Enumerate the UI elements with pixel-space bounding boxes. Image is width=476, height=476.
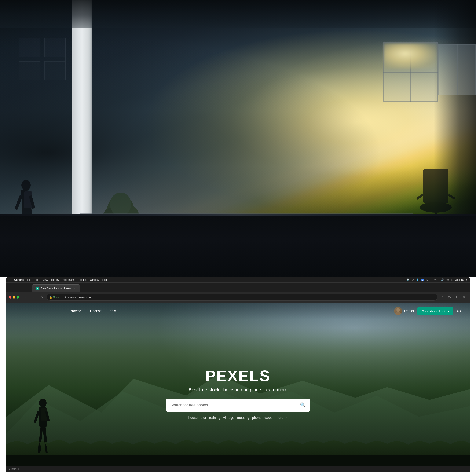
search-tag-training[interactable]: training bbox=[209, 416, 220, 420]
secure-indicator: 🔒 Secure bbox=[49, 296, 61, 299]
more-options-icon[interactable]: ••• bbox=[457, 309, 461, 314]
svg-line-26 bbox=[35, 411, 39, 423]
bookmark-button[interactable]: ☆ bbox=[439, 294, 445, 300]
url-display: https://www.pexels.com bbox=[63, 296, 435, 299]
tools-button[interactable]: Tools bbox=[108, 309, 116, 313]
menu-help[interactable]: Help bbox=[102, 278, 108, 281]
browser-status-bar: Searches bbox=[6, 466, 470, 472]
search-tag-phone[interactable]: phone bbox=[252, 416, 262, 420]
menu-file[interactable]: File bbox=[27, 278, 31, 281]
shield-button[interactable]: 🛡 bbox=[446, 294, 453, 300]
search-tag-wood[interactable]: wood bbox=[264, 416, 272, 420]
menu-window[interactable]: Window bbox=[90, 278, 99, 281]
search-tag-meeting[interactable]: meeting bbox=[237, 416, 249, 420]
reload-button[interactable]: ↻ bbox=[38, 294, 45, 300]
hero-content: PEXELS Best free stock photos in one pla… bbox=[166, 367, 310, 420]
browse-chevron-icon: ▾ bbox=[82, 310, 84, 312]
learn-more-link[interactable]: Learn more bbox=[264, 387, 288, 392]
tab-close-button[interactable]: × bbox=[73, 287, 76, 290]
back-button[interactable]: ← bbox=[22, 294, 29, 300]
browse-button[interactable]: Browse ▾ bbox=[70, 309, 84, 313]
hero-subtitle: Best free stock photos in one place. Lea… bbox=[166, 387, 310, 393]
forward-button[interactable]: → bbox=[31, 294, 37, 300]
user-name-label: Daniel bbox=[404, 309, 414, 313]
search-input[interactable] bbox=[170, 403, 300, 408]
menu-view[interactable]: View bbox=[43, 278, 48, 281]
status-text: Searches bbox=[9, 468, 19, 470]
search-tag-blur[interactable]: blur bbox=[201, 416, 206, 420]
search-more-link[interactable]: more → bbox=[276, 416, 288, 420]
extensions-button[interactable]: ⚙ bbox=[461, 294, 467, 300]
secure-label: Secure bbox=[53, 296, 61, 299]
menu-bookmarks[interactable]: Bookmarks bbox=[63, 278, 75, 281]
search-tag-vintage[interactable]: vintage bbox=[223, 416, 234, 420]
browse-label: Browse bbox=[70, 309, 81, 313]
pinterest-button[interactable]: P bbox=[454, 294, 460, 300]
user-avatar bbox=[394, 307, 402, 315]
search-icon: 🔍 bbox=[300, 402, 306, 408]
tab-title: Free Stock Photos · Pexels bbox=[41, 287, 71, 290]
pexels-header: Browse ▾ License Tools Dan bbox=[6, 303, 470, 320]
tab-favicon: P bbox=[36, 287, 39, 290]
address-bar[interactable]: 🔒 Secure https://www.pexels.com bbox=[47, 294, 438, 301]
window-close-button[interactable] bbox=[9, 296, 11, 299]
menu-people[interactable]: People bbox=[79, 278, 86, 281]
menu-chrome[interactable]: Chrome bbox=[14, 278, 24, 281]
site-logo: PEXELS bbox=[166, 367, 310, 385]
menu-history[interactable]: History bbox=[51, 278, 59, 281]
system-clock: Wed 16:15 bbox=[455, 278, 467, 281]
window-maximize-button[interactable] bbox=[17, 296, 19, 299]
license-button[interactable]: License bbox=[90, 309, 102, 313]
contribute-button[interactable]: Contribute Photos bbox=[417, 307, 453, 315]
window-minimize-button[interactable] bbox=[13, 296, 15, 299]
battery-indicator: 100 % bbox=[446, 279, 453, 281]
search-tag-list: house blur training vintage meeting phon… bbox=[166, 416, 310, 420]
browser-tab-pexels[interactable]: P Free Stock Photos · Pexels × bbox=[32, 284, 80, 292]
search-tag-house[interactable]: house bbox=[188, 416, 198, 420]
browser-navbar: ← → ↻ 🔒 Secure https://www.pexels.com ☆ … bbox=[6, 292, 470, 303]
website-viewport: Browse ▾ License Tools Dan bbox=[6, 303, 470, 472]
svg-point-28 bbox=[396, 308, 400, 312]
user-profile-area[interactable]: Daniel bbox=[394, 307, 414, 315]
menu-edit[interactable]: Edit bbox=[35, 278, 39, 281]
search-bar[interactable]: 🔍 bbox=[166, 399, 310, 412]
svg-point-24 bbox=[39, 399, 47, 407]
